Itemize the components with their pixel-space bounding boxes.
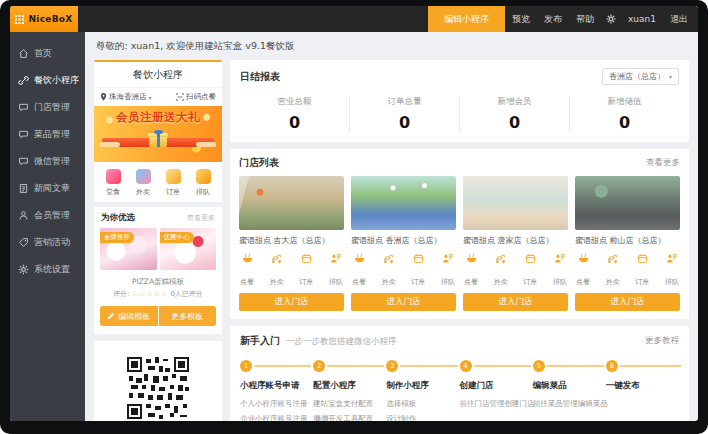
service-takeout[interactable]: 外卖 [494, 249, 508, 288]
store-list-more-link[interactable]: 查看更多 [646, 157, 680, 169]
main-content: 尊敬的: xuan1, 欢迎使用建站宝盒 v9.1餐饮版 餐饮小程序 珠海香洲店… [85, 32, 698, 421]
onboarding-card: 新手入门 一步一步教您搭建微信小程序 更多教程 1 小程序账号申请 个人小程序账… [230, 326, 689, 421]
stat-new-members: 新增会员 0 [459, 96, 569, 132]
category-dine-in[interactable]: 堂食 [98, 169, 128, 197]
store-card: 蜜语甜点 前山店（总店） 点餐 外卖 订座 排队 进入门店 [575, 176, 680, 311]
service-order[interactable]: 点餐 [240, 249, 254, 288]
sidebar-item-store-management[interactable]: 门店管理 [10, 94, 85, 121]
banner-title: 会员注册送大礼 [94, 106, 222, 125]
service-reserve[interactable]: 订座 [299, 249, 313, 288]
pick-image-2[interactable]: 优惠中心 [160, 228, 217, 270]
bowl-icon [352, 249, 366, 268]
sidebar-item-marketing[interactable]: 营销活动 [10, 229, 85, 256]
sidebar-item-system-settings[interactable]: 系统设置 [10, 256, 85, 283]
step-link[interactable]: 前往菜品管理编辑菜品 [533, 397, 602, 412]
category-queue[interactable]: 排队 [188, 169, 218, 197]
category-row: 堂食 外卖 订座 排队 [94, 162, 222, 202]
chevron-down-icon: ▾ [149, 94, 152, 101]
service-order[interactable]: 点餐 [576, 249, 590, 288]
step-link[interactable]: 选择模板 [386, 397, 455, 412]
scan-order-label: 扫码点餐 [186, 92, 216, 102]
service-reserve[interactable]: 订座 [523, 249, 537, 288]
member-icon [18, 210, 29, 221]
service-reserve[interactable]: 订座 [635, 249, 649, 288]
stat-new-deposits: 新增储值 0 [569, 96, 679, 132]
step-link[interactable]: 个人小程序账号注册 [240, 397, 309, 412]
more-templates-button[interactable]: 更多模板 [159, 306, 217, 326]
scan-order-button[interactable]: 扫码点餐 [176, 92, 216, 102]
settings-gear-icon[interactable] [606, 14, 616, 24]
logo[interactable]: NiceBoX [10, 6, 78, 32]
store-location-selector[interactable]: 珠海香洲店 ▾ [100, 92, 152, 102]
sidebar-item-news-articles[interactable]: 新闻文章 [10, 175, 85, 202]
store-photo[interactable] [575, 176, 680, 230]
pick-tag: 优惠中心 [160, 232, 194, 243]
step-link[interactable]: 企业小程序账号注册、认证 [240, 412, 309, 421]
bowl-icon [464, 249, 478, 268]
more-tutorials-link[interactable]: 更多教程 [645, 335, 679, 347]
enter-store-button[interactable]: 进入门店 [575, 293, 680, 311]
sidebar-item-restaurant-miniprogram[interactable]: 餐饮小程序 [10, 67, 85, 94]
qr-card: 扫描二维码用手机预览 [94, 341, 222, 421]
category-takeout[interactable]: 外卖 [128, 169, 158, 197]
step-2: 2 配置小程序 建站宝盒支付配置 微信开发工具配置 [313, 360, 386, 421]
store-photo[interactable] [463, 176, 568, 230]
help-link[interactable]: 帮助 [576, 13, 594, 26]
grid-menu-icon [15, 15, 24, 24]
publish-link[interactable]: 发布 [544, 13, 562, 26]
service-takeout[interactable]: 外卖 [382, 249, 396, 288]
service-reserve[interactable]: 订座 [411, 249, 425, 288]
dish-bubble-icon [18, 129, 29, 140]
app-window: NiceBoX 编辑小程序 预览 发布 帮助 xuan1 退出 首页 餐饮小程序 [10, 6, 698, 421]
scooter-icon [382, 249, 396, 268]
report-store-select[interactable]: 香洲店（总店） ▾ [602, 68, 679, 85]
edit-miniprogram-button[interactable]: 编辑小程序 [428, 6, 505, 32]
enter-store-button[interactable]: 进入门店 [463, 293, 568, 311]
step-link[interactable]: 前往门店管理创建门店 [460, 397, 529, 412]
step-link[interactable]: 微信开发工具配置 [313, 412, 382, 421]
logout-link[interactable]: 退出 [670, 13, 688, 26]
step-4: 4 创建门店 前往门店管理创建门店 [460, 360, 533, 421]
sidebar-item-dish-management[interactable]: 菜品管理 [10, 121, 85, 148]
service-queue[interactable]: 排队 [553, 249, 567, 288]
service-queue[interactable]: 排队 [665, 249, 679, 288]
template-name: PIZZA蛋糕模板 [94, 277, 222, 287]
pick-image-1[interactable]: 金牌推荐 [100, 228, 157, 270]
sidebar-item-home[interactable]: 首页 [10, 40, 85, 67]
enter-store-button[interactable]: 进入门店 [351, 293, 456, 311]
enter-store-button[interactable]: 进入门店 [239, 293, 344, 311]
store-photo[interactable] [239, 176, 344, 230]
service-queue[interactable]: 排队 [441, 249, 455, 288]
service-queue[interactable]: 排队 [329, 249, 343, 288]
store-list-title: 门店列表 [239, 156, 279, 170]
edit-template-button[interactable]: 编辑模板 [100, 306, 158, 326]
store-name: 蜜语甜点 前山店（总店） [575, 235, 680, 246]
preview-link[interactable]: 预览 [512, 13, 530, 26]
reservation-icon [166, 169, 181, 184]
queue-icon [665, 249, 679, 268]
greeting-text: 尊敬的: xuan1, 欢迎使用建站宝盒 v9.1餐饮版 [94, 36, 689, 60]
sidebar-item-wechat-management[interactable]: 微信管理 [10, 148, 85, 175]
service-takeout[interactable]: 外卖 [606, 249, 620, 288]
sidebar-item-member-management[interactable]: 会员管理 [10, 202, 85, 229]
service-order[interactable]: 点餐 [464, 249, 478, 288]
scan-icon [176, 93, 184, 101]
service-order[interactable]: 点餐 [352, 249, 366, 288]
step-link[interactable]: 设计制作 [386, 412, 455, 421]
store-card: 蜜语甜点 唐家店（总店） 点餐 外卖 订座 排队 进入门店 [463, 176, 568, 311]
store-name: 蜜语甜点 唐家店（总店） [463, 235, 568, 246]
picks-more-link[interactable]: 查看更多 [187, 213, 215, 223]
service-takeout[interactable]: 外卖 [270, 249, 284, 288]
step-number: 5 [533, 360, 545, 372]
pencil-icon [107, 312, 115, 320]
reservation-icon [635, 249, 649, 268]
step-number: 6 [606, 360, 618, 372]
member-gift-banner[interactable]: 会员注册送大礼 [94, 106, 222, 162]
store-photo[interactable] [351, 176, 456, 230]
step-link[interactable]: 建站宝盒支付配置 [313, 397, 382, 412]
username[interactable]: xuan1 [628, 14, 656, 24]
topbar: NiceBoX 编辑小程序 预览 发布 帮助 xuan1 退出 [10, 6, 698, 32]
category-reservation[interactable]: 订座 [158, 169, 188, 197]
daily-report-card: 日结报表 香洲店（总店） ▾ 营业总额 0 [230, 60, 689, 142]
template-rating: 评分: ☆☆☆☆☆ 0人已评分 [94, 289, 222, 299]
